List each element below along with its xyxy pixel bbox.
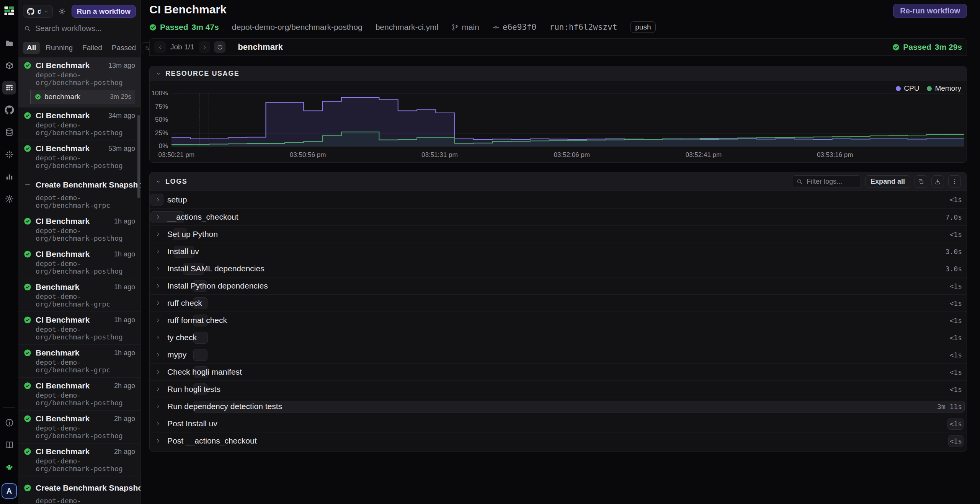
workflow-item[interactable]: Create Benchmark Snapshot2h ago depot-de… [18,476,140,504]
tab-running[interactable]: Running [42,42,77,54]
rail-projects-folder[interactable] [2,36,16,50]
workflow-item[interactable]: CI Benchmark53m ago depot-demo-org/bench… [18,140,140,173]
log-step-row[interactable]: mypy <1s [150,346,967,363]
workflow-sidebar: depot-dem... Run a workflow AllRunningFa… [18,0,141,504]
workflow-item[interactable]: CI Benchmark2h ago depot-demo-org/benchm… [18,410,140,443]
tab-passed[interactable]: Passed [108,42,140,54]
tab-failed[interactable]: Failed [78,42,106,54]
log-step-row[interactable]: Check hogli manifest <1s [150,363,967,380]
copy-icon [918,178,924,185]
avatar[interactable]: A [2,483,17,499]
copy-logs-button[interactable] [915,175,927,188]
workflow-item[interactable]: CI Benchmark34m ago depot-demo-org/bench… [18,107,140,140]
commit-item[interactable]: e6e93f0 [492,23,537,32]
chevron-down-icon [44,9,49,14]
workflow-item[interactable]: CI Benchmark1h ago depot-demo-org/benchm… [18,246,140,279]
settings-gear-icon [5,194,14,204]
chevron-down-icon[interactable] [155,179,161,184]
trigger-badge: push [630,21,656,33]
next-job-button[interactable] [199,41,210,53]
log-step-row[interactable]: Post __actions_checkout <1s [150,432,967,449]
info-icon [5,418,14,427]
rail-ai-spark[interactable] [2,147,16,161]
rail-cache-database[interactable] [2,125,16,139]
workflow-item[interactable]: CI Benchmark2h ago depot-demo-org/benchm… [18,377,140,410]
expand-all-button[interactable]: Expand all [865,175,910,188]
workflow-item[interactable]: CI Benchmark2h ago depot-demo-org/benchm… [18,443,140,476]
log-step-row[interactable]: Set up Python <1s [150,225,967,243]
scrollbar-thumb[interactable] [137,115,140,198]
search-workflows-input[interactable] [34,24,135,33]
log-step-row[interactable]: Run hogli tests <1s [150,380,967,398]
status-passed-icon [24,448,31,455]
log-step-row[interactable]: Run dependency detection tests 3m 11s [150,398,967,415]
projects-folder-icon [5,39,14,48]
log-step-row[interactable]: setup <1s [150,191,967,208]
log-step-label: Post __actions_checkout [167,436,256,445]
status-passed-icon [24,112,31,119]
workflow-title: CI Benchmark [36,447,110,456]
resource-usage-header[interactable]: RESOURCE USAGE [150,66,967,81]
resource-usage-chart: CPUMemory0%25%50%75%100%03:50:21 pm03:50… [150,81,967,162]
rail-github[interactable] [2,103,16,117]
log-step-label: ruff format check [167,316,227,325]
chevron-right-icon [155,214,161,220]
log-step-label: __actions_checkout [167,212,238,222]
job-status-passed-icon [35,94,41,100]
rail-usage-bars[interactable] [2,170,16,183]
x-axis-label: 03:53:16 pm [817,151,853,159]
workflow-item[interactable]: Create Benchmark Snapshot1h ago depot-de… [18,173,140,213]
filter-logs-input[interactable] [806,177,857,186]
log-step-row[interactable]: Install uv 3.0s [150,243,967,260]
rail-container-cube[interactable] [2,59,16,72]
workflow-item[interactable]: CI Benchmark1h ago depot-demo-org/benchm… [18,312,140,344]
tab-all[interactable]: All [23,42,40,54]
chart-plot-area [172,93,964,146]
run-status-label: Passed [160,23,188,32]
branch-item[interactable]: main [451,23,479,32]
run-workflow-button[interactable]: Run a workflow [72,5,136,18]
y-axis-label: 50% [150,116,168,124]
workflow-repo: depot-demo-org/benchmark-grpc [36,359,135,374]
log-step-duration: 3m 11s [937,403,962,411]
workflow-item[interactable]: CI Benchmark13m ago depot-demo-org/bench… [18,57,140,107]
x-axis-label: 03:52:06 pm [554,151,590,159]
log-step-row[interactable]: ruff check <1s [150,294,967,312]
prev-job-button[interactable] [154,41,166,53]
rail-settings-gear[interactable] [2,192,16,206]
job-item[interactable]: benchmark3m 29s [31,90,135,104]
workflow-file[interactable]: benchmark-ci.yml [376,23,439,32]
depot-logo-icon[interactable] [3,5,15,17]
rail-docs-book[interactable] [2,438,16,452]
workflow-item[interactable]: Benchmark1h ago depot-demo-org/benchmark… [18,344,140,377]
log-step-row[interactable]: ty check <1s [150,329,967,346]
workflow-item[interactable]: CI Benchmark1h ago depot-demo-org/benchm… [18,213,140,246]
log-step-row[interactable]: __actions_checkout 7.0s [150,208,967,225]
log-step-row[interactable]: Install Python dependencies <1s [150,277,967,294]
org-selector[interactable]: depot-dem... [23,5,53,18]
job-info-button[interactable] [214,41,225,53]
loading-skeleton [193,349,207,361]
mascot-icon [5,462,14,472]
log-step-row[interactable]: Post Install uv <1s [150,415,967,432]
workflow-time: 53m ago [108,145,135,153]
logs-menu-button[interactable] [948,175,961,188]
rerun-workflow-button[interactable]: Re-run workflow [893,4,967,18]
workflow-item[interactable]: Benchmark1h ago depot-demo-org/benchmark… [18,279,140,312]
status-passed-icon [24,349,31,357]
org-settings-button[interactable] [56,5,69,18]
run-repo[interactable]: depot-demo-org/benchmark-posthog [232,23,363,32]
log-step-row[interactable]: Install SAML dependencies 3.0s [150,260,967,277]
log-step-duration: <1s [949,282,962,290]
download-logs-button[interactable] [931,175,944,188]
rail-mascot[interactable] [2,460,16,474]
log-step-row[interactable]: ruff format check <1s [150,312,967,329]
status-passed-icon [24,484,31,492]
chevron-right-icon [155,335,161,340]
log-step-label: ruff check [167,298,202,308]
chevron-left-icon [157,44,163,50]
rail-jobs-grid[interactable] [2,81,16,95]
workflow-time: 2h ago [114,415,135,423]
github-icon [27,8,34,15]
rail-info[interactable] [2,416,16,429]
